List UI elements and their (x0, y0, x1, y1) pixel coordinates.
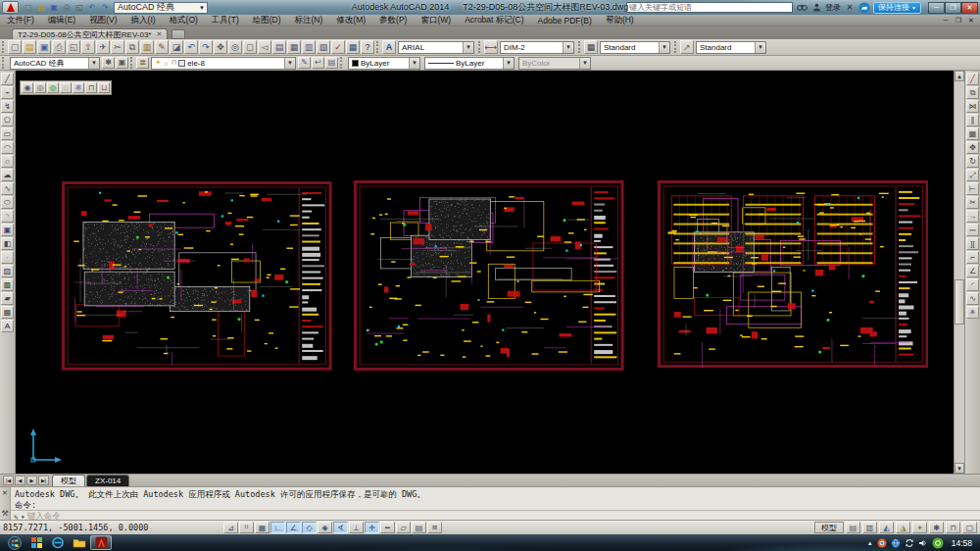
scrollbar-thumb[interactable] (955, 279, 964, 325)
make-block-icon[interactable]: ◧ (1, 237, 14, 250)
break-icon[interactable]: ][ (966, 237, 979, 250)
cut-icon[interactable]: ✂ (111, 40, 124, 54)
make-layer-current-icon[interactable]: ✎ (298, 57, 311, 69)
signin-user-icon[interactable] (810, 2, 822, 13)
construction-line-icon[interactable]: ⌁ (1, 86, 14, 99)
circle-icon[interactable]: ○ (1, 155, 14, 168)
layer-walk-icon[interactable]: ◉ (22, 82, 33, 93)
ellipse-icon[interactable]: ⬭ (1, 196, 14, 209)
stretch-icon[interactable]: ⊢ (966, 182, 979, 195)
lineweight-combo[interactable]: ByColor ▼ (518, 57, 591, 70)
properties-icon[interactable]: ▤ (272, 40, 286, 54)
menu-item-9[interactable]: 参数(P) (372, 15, 414, 25)
copy-icon[interactable]: ⧉ (125, 40, 139, 54)
sheet-set-manager-icon[interactable]: ▧ (317, 40, 330, 54)
mtext-icon[interactable]: A (1, 320, 14, 332)
layer-combo[interactable]: ☀ ☼ ⊓ ele-8 ▼ (151, 57, 296, 70)
osnap-toggle[interactable]: ◇ (302, 522, 317, 533)
selection-cycling-toggle[interactable]: ⧈ (427, 522, 442, 533)
plot-preview-icon[interactable]: ◱ (67, 40, 80, 54)
color-combo[interactable]: ByLayer ▼ (348, 57, 420, 70)
layer-freeze-icon[interactable]: ☼ (163, 60, 169, 67)
menu-item-0[interactable]: 文件(F) (0, 15, 41, 25)
menu-item-3[interactable]: 插入(I) (124, 15, 163, 25)
infer-constraints-toggle[interactable]: ⊿ (223, 522, 238, 533)
undo-icon[interactable]: ↶ (86, 2, 98, 14)
layer-states-icon[interactable]: ▤ (325, 57, 338, 69)
plot-icon[interactable]: ⎙ (61, 2, 73, 14)
vertical-scrollbar[interactable]: ▲ ▼ (954, 71, 964, 474)
drawing-sheet-1[interactable] (62, 181, 332, 371)
toolbar-grip[interactable] (376, 41, 380, 54)
text-style-combo[interactable]: ARIAL▼ (398, 41, 474, 54)
autocad-taskbar-icon[interactable] (90, 535, 112, 550)
toolbar-grip[interactable] (478, 41, 482, 54)
ellipse-arc-icon[interactable]: ◝ (1, 210, 14, 223)
point-icon[interactable]: · (1, 251, 14, 264)
snap-toggle[interactable]: ⌗ (239, 522, 254, 533)
polyline-icon[interactable]: ↯ (1, 100, 14, 113)
table-style-icon[interactable]: ▦ (584, 40, 598, 54)
zoom-window-icon[interactable]: ◻ (243, 40, 257, 54)
block-editor-icon[interactable]: ◪ (170, 40, 183, 54)
plot-icon[interactable]: ⎙ (52, 40, 66, 54)
transparency-toggle[interactable]: ▱ (396, 522, 411, 533)
copy-object-icon[interactable]: ⧉ (966, 86, 979, 99)
spline-icon[interactable]: ∿ (1, 182, 14, 195)
tray-sync-icon[interactable] (905, 538, 914, 548)
save-workspace-icon[interactable]: ▣ (116, 57, 128, 69)
model-space-button[interactable]: 模型 (814, 522, 844, 533)
annotation-scale-icon[interactable]: ◭ (879, 522, 894, 533)
blend-icon[interactable]: ∿ (966, 292, 979, 305)
toolbar-grip[interactable] (2, 41, 6, 54)
toolbar-grip[interactable] (674, 41, 678, 54)
cleanscreen-icon[interactable]: ▢ (962, 522, 977, 533)
layer-lock-btn-icon[interactable]: ⊓ (85, 82, 97, 93)
signin-label[interactable]: 登录 (825, 2, 841, 13)
arc-icon[interactable]: ◠ (1, 141, 14, 154)
search-input[interactable] (629, 3, 790, 12)
command-wrench-icon[interactable]: ⚒ (1, 509, 8, 518)
doc-restore-button[interactable]: ❐ (953, 17, 964, 25)
menu-item-6[interactable]: 绘图(D) (246, 15, 288, 25)
tab-layout-zx014[interactable]: ZX-014 (86, 475, 129, 486)
menu-item-12[interactable]: Adobe PDF(B) (531, 15, 599, 25)
undo-icon[interactable]: ↶ (184, 40, 198, 54)
osnap3d-toggle[interactable]: ◈ (318, 522, 332, 533)
trim-icon[interactable]: ✂ (966, 196, 979, 209)
layer-unisolate-icon[interactable]: ◍ (47, 82, 59, 93)
drawing-sheet-3[interactable] (658, 180, 929, 368)
workspace-combo-titlebar[interactable]: AutoCAD 经典 ▼ (114, 2, 208, 14)
open-file-icon[interactable]: ▤ (35, 2, 47, 14)
layer-unlock-btn-icon[interactable]: ⊔ (98, 82, 110, 93)
menu-item-10[interactable]: 窗口(W) (414, 15, 458, 25)
quick-view-layouts-icon[interactable]: ▤ (846, 522, 860, 533)
layer-freeze-btn-icon[interactable]: ❄ (73, 82, 84, 93)
taskbar-clock[interactable]: 14:58 (948, 538, 976, 548)
text-style-icon[interactable]: A (382, 40, 396, 54)
workspace-settings-icon[interactable]: ✱ (102, 57, 115, 69)
save-icon[interactable]: ▣ (48, 2, 60, 14)
open-file-icon[interactable]: ▤ (23, 40, 36, 54)
layer-isolate-icon[interactable]: ◎ (34, 82, 46, 93)
mleader-style-combo[interactable]: Standard▼ (696, 41, 766, 54)
polygon-icon[interactable]: ⬠ (1, 114, 14, 126)
scroll-up-icon[interactable]: ▲ (955, 71, 964, 81)
coordinates-readout[interactable]: 8157.7271, -5001.1456, 0.0000 (3, 523, 165, 532)
layer-on-icon[interactable]: ☀ (155, 59, 161, 67)
menu-item-8[interactable]: 修改(M) (329, 15, 372, 25)
layer-properties-icon[interactable]: ≣ (136, 57, 149, 69)
help-icon[interactable]: ? (361, 40, 374, 54)
command-close-icon[interactable]: ✕ (2, 489, 8, 497)
pinned-360-icon[interactable] (25, 535, 47, 550)
match-properties-icon[interactable]: ✎ (155, 40, 169, 54)
scale-icon[interactable]: ⤢ (966, 169, 979, 181)
layer-lock-icon[interactable]: ⊓ (172, 59, 176, 67)
autodesk360-icon[interactable] (858, 2, 870, 13)
layout-nav-icon-0[interactable]: |◀ (3, 476, 14, 485)
scroll-down-icon[interactable]: ▼ (955, 463, 964, 474)
paste-icon[interactable]: ▥ (140, 40, 154, 54)
workspace-gear-icon[interactable]: ✱ (929, 522, 944, 533)
tab-model[interactable]: 模型 (52, 475, 85, 486)
toolbar-lock-icon[interactable]: ⊓ (946, 522, 960, 533)
